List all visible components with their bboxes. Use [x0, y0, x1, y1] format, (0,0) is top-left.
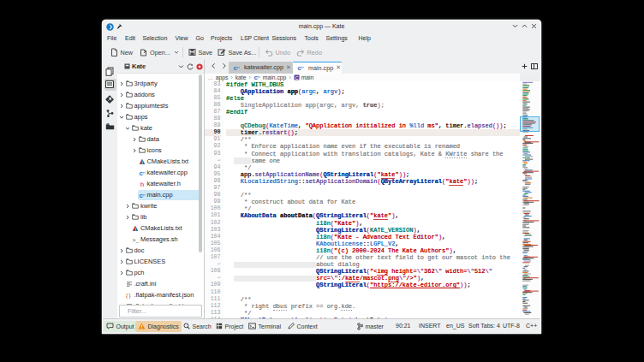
- svg-text:{ }: { }: [126, 292, 131, 298]
- svg-text:c: c: [139, 192, 143, 199]
- svg-text:h: h: [140, 181, 144, 187]
- svg-text:c: c: [139, 169, 143, 176]
- svg-text:>_: >_: [132, 236, 139, 242]
- svg-text:C: C: [295, 74, 298, 80]
- svg-text:c: c: [233, 64, 237, 71]
- svg-text:c: c: [253, 74, 258, 80]
- svg-text:c: c: [297, 64, 301, 71]
